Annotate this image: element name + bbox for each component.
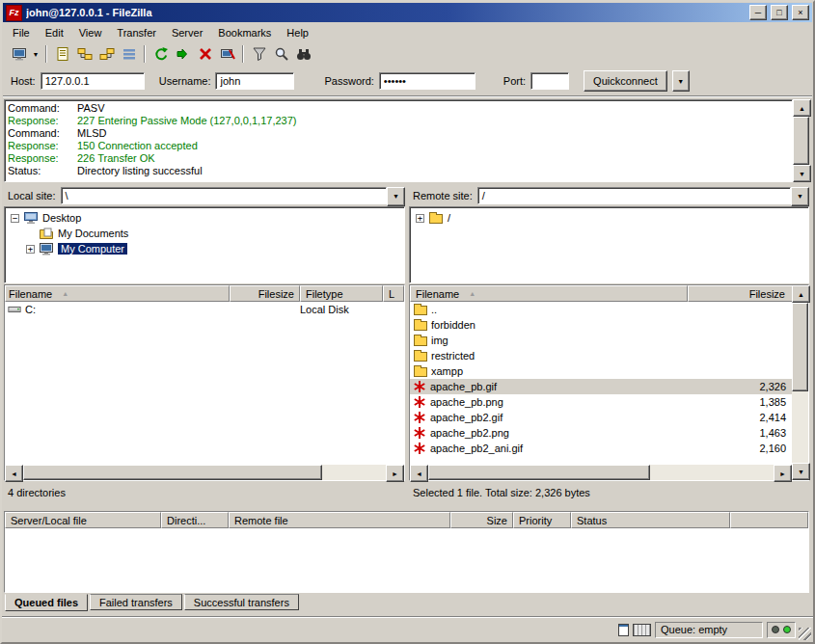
remote-site-dropdown-icon[interactable]: ▼ [791, 187, 809, 206]
column-header-size[interactable]: Size [450, 512, 513, 528]
local-site-combo[interactable]: \ ▼ [61, 187, 405, 204]
column-header-filename[interactable]: Filename▲ [410, 285, 688, 302]
remote-site-combo[interactable]: / ▼ [477, 187, 809, 204]
column-header-remote-file[interactable]: Remote file [229, 512, 450, 528]
maximize-button[interactable]: □ [771, 5, 788, 20]
quickconnect-dropdown-icon[interactable]: ▼ [672, 70, 690, 92]
username-input[interactable] [215, 72, 294, 90]
file-row[interactable]: .. [410, 302, 792, 317]
refresh-icon[interactable] [149, 43, 172, 65]
column-header-priority[interactable]: Priority [513, 512, 571, 528]
tree-item-root[interactable]: + / [412, 210, 806, 226]
file-row-c-drive[interactable]: C: Local Disk [5, 302, 404, 317]
column-header-filetype[interactable]: Filetype [300, 285, 383, 302]
toggle-remote-tree-icon[interactable] [95, 43, 118, 65]
scroll-up-icon[interactable]: ▲ [792, 285, 810, 303]
minimize-button[interactable]: ─ [749, 5, 767, 20]
cancel-icon[interactable] [194, 43, 216, 65]
expand-icon[interactable]: + [26, 245, 35, 254]
activity-indicators [767, 622, 796, 638]
compare-icon[interactable] [270, 43, 292, 65]
find-icon[interactable] [292, 43, 314, 65]
column-header-direction[interactable]: Directi... [161, 512, 229, 528]
scrollbar-thumb[interactable] [793, 117, 809, 165]
menu-help[interactable]: Help [279, 25, 316, 40]
disconnect-icon[interactable] [216, 43, 238, 65]
file-row-selected[interactable]: apache_pb.gif 2,326 [410, 379, 792, 394]
file-row[interactable]: restricted [410, 348, 792, 363]
local-site-value[interactable]: \ [61, 187, 387, 204]
log-line: Status:Directory listing successful [8, 165, 789, 177]
tree-item-my-documents[interactable]: My Documents [7, 226, 402, 241]
remote-vertical-scrollbar[interactable]: ▲ ▼ [792, 285, 808, 480]
toolbar: ▼ [3, 41, 812, 67]
column-header-filesize[interactable]: Filesize [688, 285, 794, 302]
local-site-dropdown-icon[interactable]: ▼ [387, 187, 405, 206]
keyboard-icon[interactable] [633, 624, 651, 636]
close-button[interactable]: × [792, 5, 809, 20]
file-row[interactable]: apache_pb2_ani.gif 2,160 [410, 441, 792, 456]
remote-site-value[interactable]: / [477, 187, 791, 204]
remote-horizontal-scrollbar[interactable]: ◄ ► [410, 465, 792, 480]
scroll-up-icon[interactable]: ▲ [793, 99, 811, 117]
my-computer-icon [39, 242, 54, 255]
file-row[interactable]: img [410, 333, 792, 348]
tree-item-desktop[interactable]: − Desktop [7, 210, 402, 226]
host-input[interactable] [41, 72, 145, 90]
folder-icon [414, 367, 427, 377]
toggle-local-tree-icon[interactable] [73, 43, 95, 65]
column-header-server-local-file[interactable]: Server/Local file [5, 512, 161, 528]
file-row[interactable]: xampp [410, 363, 792, 379]
menu-edit[interactable]: Edit [38, 25, 71, 40]
quickconnect-button[interactable]: Quickconnect [584, 70, 667, 92]
filter-icon[interactable] [248, 43, 270, 65]
expand-icon[interactable]: + [416, 214, 424, 223]
column-header-lastmodified[interactable]: L [383, 285, 404, 302]
site-manager-icon[interactable] [8, 43, 30, 65]
dropdown-arrow-icon: ▼ [677, 78, 684, 85]
site-manager-dropdown-icon[interactable]: ▼ [30, 43, 41, 65]
tab-failed-transfers[interactable]: Failed transfers [90, 594, 182, 610]
transfer-type-icon[interactable] [618, 624, 629, 636]
tree-item-my-computer[interactable]: + My Computer [7, 241, 402, 256]
scroll-right-icon[interactable]: ► [774, 465, 792, 482]
scroll-down-icon[interactable]: ▼ [793, 165, 811, 182]
toggle-message-log-icon[interactable] [51, 43, 73, 65]
port-input[interactable] [530, 72, 569, 90]
file-row[interactable]: forbidden [410, 317, 792, 333]
file-row[interactable]: apache_pb2.png 1,463 [410, 425, 792, 441]
menu-bookmarks[interactable]: Bookmarks [210, 25, 279, 40]
log-line: Response:227 Entering Passive Mode (127,… [8, 115, 789, 127]
log-line: Command:PASV [8, 102, 789, 115]
scrollbar-thumb[interactable] [23, 465, 322, 480]
folder-icon [414, 306, 427, 315]
menu-server[interactable]: Server [164, 25, 210, 40]
toggle-queue-icon[interactable] [118, 43, 140, 65]
file-row[interactable]: apache_pb.png 1,385 [410, 394, 792, 410]
tab-queued-files[interactable]: Queued files [5, 594, 88, 611]
scroll-left-icon[interactable]: ◄ [5, 465, 23, 482]
log-scrollbar[interactable]: ▲ ▼ [793, 99, 809, 182]
process-queue-icon[interactable] [172, 43, 194, 65]
file-name: C: [25, 302, 36, 317]
column-header-filename[interactable]: Filename▲ [5, 285, 230, 302]
column-header-status[interactable]: Status [571, 512, 730, 528]
folder-icon [414, 321, 427, 331]
column-header-filesize[interactable]: Filesize [230, 285, 300, 302]
menu-file[interactable]: File [5, 25, 38, 40]
scroll-down-icon[interactable]: ▼ [792, 463, 810, 480]
scrollbar-thumb[interactable] [428, 465, 650, 480]
scrollbar-thumb[interactable] [792, 303, 808, 391]
collapse-icon[interactable]: − [11, 214, 19, 223]
tab-successful-transfers[interactable]: Successful transfers [184, 594, 299, 610]
password-input[interactable] [379, 72, 475, 90]
file-row[interactable]: apache_pb2.gif 2,414 [410, 410, 792, 425]
resize-grip[interactable] [799, 628, 811, 640]
scroll-right-icon[interactable]: ► [386, 465, 404, 482]
scroll-left-icon[interactable]: ◄ [410, 465, 428, 482]
menubar: File Edit View Transfer Server Bookmarks… [3, 23, 812, 41]
local-horizontal-scrollbar[interactable]: ◄ ► [5, 465, 404, 480]
titlebar[interactable]: Fz john@127.0.0.1 - FileZilla ─ □ × [3, 3, 812, 22]
menu-view[interactable]: View [71, 25, 110, 40]
menu-transfer[interactable]: Transfer [109, 25, 164, 40]
